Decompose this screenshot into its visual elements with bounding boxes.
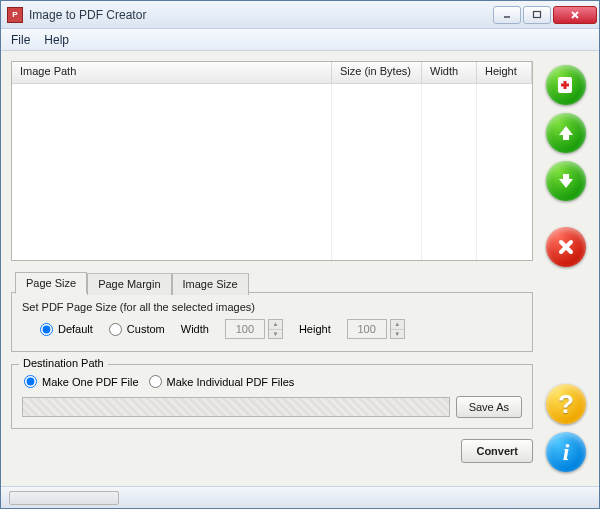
svg-marker-8 (559, 174, 573, 188)
convert-button[interactable]: Convert (461, 439, 533, 463)
height-input (347, 319, 387, 339)
close-button[interactable] (553, 6, 597, 24)
destination-legend: Destination Path (19, 357, 108, 369)
radio-one-pdf-input[interactable] (24, 375, 37, 388)
radio-custom-input[interactable] (109, 323, 122, 336)
width-input (225, 319, 265, 339)
delete-button[interactable] (546, 227, 586, 267)
radio-custom-label: Custom (127, 323, 165, 335)
minimize-button[interactable] (493, 6, 521, 24)
app-window: P Image to PDF Creator File Help Image P… (0, 0, 600, 509)
save-as-button[interactable]: Save As (456, 396, 522, 418)
height-spinner: ▲▼ (390, 319, 405, 339)
radio-default-label: Default (58, 323, 93, 335)
side-toolbar: ? i (539, 61, 593, 480)
height-label: Height (299, 323, 331, 335)
help-icon: ? (558, 389, 574, 420)
menu-file[interactable]: File (11, 33, 30, 47)
col-size[interactable]: Size (in Bytes) (332, 62, 422, 83)
width-spinner: ▲▼ (268, 319, 283, 339)
tabs-area: Page Size Page Margin Image Size Set PDF… (11, 271, 533, 352)
titlebar: P Image to PDF Creator (1, 1, 599, 29)
page-size-group-label: Set PDF Page Size (for all the selected … (22, 301, 522, 313)
radio-default[interactable]: Default (40, 323, 93, 336)
window-title: Image to PDF Creator (29, 8, 493, 22)
image-table: Image Path Size (in Bytes) Width Height (11, 61, 533, 261)
info-button[interactable]: i (546, 432, 586, 472)
add-button[interactable] (546, 65, 586, 105)
down-arrow-icon (555, 170, 577, 192)
svg-marker-7 (559, 126, 573, 140)
radio-default-input[interactable] (40, 323, 53, 336)
col-image-path[interactable]: Image Path (12, 62, 332, 83)
statusbar (1, 486, 599, 508)
app-icon: P (7, 7, 23, 23)
delete-icon (556, 237, 576, 257)
radio-custom[interactable]: Custom (109, 323, 165, 336)
menu-help[interactable]: Help (44, 33, 69, 47)
tab-page-size[interactable]: Page Size (15, 272, 87, 294)
up-arrow-icon (555, 122, 577, 144)
width-label: Width (181, 323, 209, 335)
col-width[interactable]: Width (422, 62, 477, 83)
col-height[interactable]: Height (477, 62, 532, 83)
progress-bar (9, 491, 119, 505)
main-panel: Image Path Size (in Bytes) Width Height … (11, 61, 533, 480)
info-icon: i (563, 439, 570, 466)
client-area: Image Path Size (in Bytes) Width Height … (1, 51, 599, 486)
help-button[interactable]: ? (546, 384, 586, 424)
page-size-panel: Set PDF Page Size (for all the selected … (11, 292, 533, 352)
svg-rect-1 (534, 11, 541, 17)
tab-page-margin[interactable]: Page Margin (87, 273, 171, 295)
move-down-button[interactable] (546, 161, 586, 201)
radio-many-pdf-label: Make Individual PDF Files (167, 376, 295, 388)
add-icon (554, 73, 578, 97)
table-body[interactable] (12, 84, 532, 260)
radio-many-pdf[interactable]: Make Individual PDF Files (149, 375, 295, 388)
tab-image-size[interactable]: Image Size (172, 273, 249, 295)
menubar: File Help (1, 29, 599, 51)
tab-strip: Page Size Page Margin Image Size (15, 271, 533, 293)
move-up-button[interactable] (546, 113, 586, 153)
window-controls (493, 6, 597, 24)
destination-path-field (22, 397, 450, 417)
radio-many-pdf-input[interactable] (149, 375, 162, 388)
maximize-button[interactable] (523, 6, 551, 24)
radio-one-pdf-label: Make One PDF File (42, 376, 139, 388)
destination-panel: Destination Path Make One PDF File Make … (11, 364, 533, 429)
table-header: Image Path Size (in Bytes) Width Height (12, 62, 532, 84)
radio-one-pdf[interactable]: Make One PDF File (24, 375, 139, 388)
